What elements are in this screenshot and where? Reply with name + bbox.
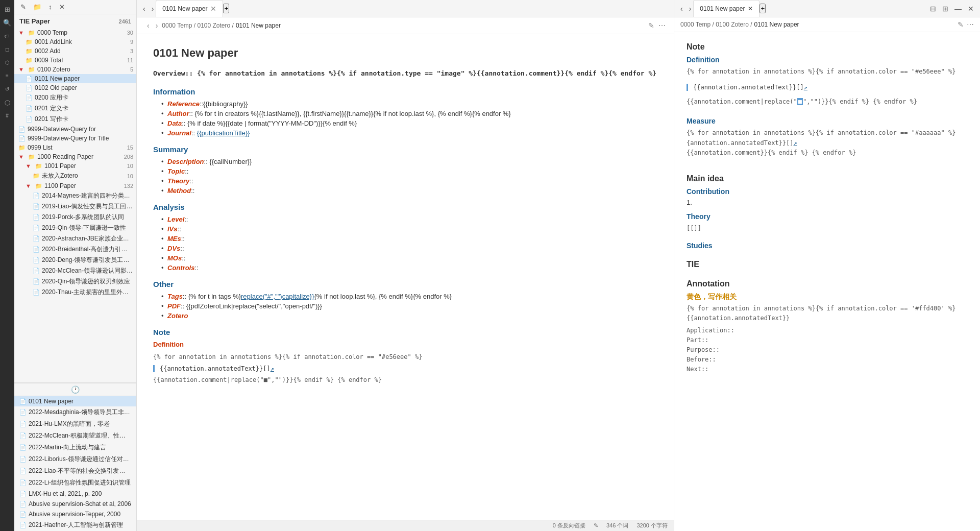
field-method: Method:: [161, 187, 657, 195]
forward-arrow[interactable]: › [150, 4, 156, 14]
recent-item-li[interactable]: 📄 2022-Li-组织包容性氛围促进知识管理 [14, 477, 136, 489]
tree-item-0100-zotero[interactable]: ▼ 📁 0100 Zotero 5 [14, 65, 136, 74]
list-nav-icon[interactable]: ≡ [2, 70, 12, 81]
tree-item-2019-porck[interactable]: 📄 2019-Porck-多系统团队的认同 [14, 212, 136, 223]
tree-item-0102[interactable]: 📄 0102 Old paper [14, 83, 136, 92]
tree-item-2020-thau[interactable]: 📄 2020-Thau-主动损害的里里外边... [14, 287, 136, 298]
tree-item-2020-mcclean[interactable]: 📄 2020-McClean-领导谦逊认同影响... [14, 266, 136, 276]
recent-item-liborius[interactable]: 📄 2022-Liborius-领导谦逊通过信任对戒职... [14, 453, 136, 465]
tree-count-unzotero: 10 [127, 173, 133, 179]
right-breadcrumb-edit-btn[interactable]: ✎ [958, 20, 964, 29]
right-breadcrumb-more-btn[interactable]: ⋯ [967, 20, 974, 29]
files-nav-icon[interactable]: ⊞ [2, 4, 12, 14]
right-forward-arrow[interactable]: › [687, 4, 694, 14]
right-contribution-title: Contribution [687, 187, 968, 196]
tree-item-9999-dv-title[interactable]: 📄 9999-Dataview-Query for Title [14, 134, 136, 143]
breadcrumb-forward[interactable]: › [154, 20, 160, 31]
user-nav-icon[interactable]: ◯ [2, 97, 12, 107]
definition-link[interactable]: ↗ [271, 365, 274, 372]
field-dvs-label: DVs [167, 245, 180, 252]
recent-item-liao[interactable]: 📄 2022-Liao-不平等的社会交换引发不良情绪 [14, 465, 136, 477]
right-main-idea-section: Main idea Contribution 1. Theory [[]] St… [687, 168, 968, 250]
recycle-nav-icon[interactable]: ↺ [2, 84, 12, 94]
tree-label-0002: 0002 Add [35, 47, 128, 55]
recent-item-hu-lmx[interactable]: 📄 2021-Hu-LMX的黑暗面，零老 [14, 418, 136, 430]
breadcrumb-more-btn[interactable]: ⋯ [658, 21, 666, 30]
right-measure-code: {% for annotation in annotations %}{% if… [687, 128, 968, 158]
close-sidebar-btn[interactable]: ✕ [57, 2, 67, 12]
right-tab-close[interactable]: ✕ [748, 5, 753, 12]
breadcrumb-edit-btn[interactable]: ✎ [648, 21, 654, 30]
recent-item-mcclean[interactable]: 📄 2022-McClean-积极期望道理、性别、想... [14, 430, 136, 442]
recent-item-abusive-tepper[interactable]: 📄 Abusive supervision-Tepper, 2000 [14, 509, 136, 519]
tree-item-2019-qin[interactable]: 📄 2019-Qin-领导-下属谦逊一致性 [14, 223, 136, 233]
right-back-arrow[interactable]: ‹ [678, 4, 685, 14]
tree-item-1000-reading[interactable]: ▼ 📁 1000 Reading Paper 208 [14, 152, 136, 161]
tree-item-0000-temp[interactable]: ▼ 📁 0000 Temp 30 [14, 28, 136, 37]
search-nav-icon[interactable]: 🔍 [2, 17, 12, 28]
right-definition-link[interactable]: ↗ [804, 84, 807, 91]
recent-item-abusive-schat[interactable]: 📄 Abusive supervision-Schat et al, 2006 [14, 499, 136, 509]
recent-file-icon-abusive-schat: 📄 [19, 501, 27, 508]
tree-item-1001-paper[interactable]: ▼ 📁 1001 Paper 10 [14, 161, 136, 171]
recent-item-0101[interactable]: 📄 0101 New paper [14, 396, 136, 406]
recent-item-martin[interactable]: 📄 2022-Martin-向上流动与建言 [14, 442, 136, 453]
bookmark-nav-icon[interactable]: ◻ [2, 44, 12, 54]
recent-item-lmx-hu[interactable]: 📄 LMX-Hu et al, 2021, p. 200 [14, 489, 136, 499]
hash-nav-icon[interactable]: # [2, 110, 12, 120]
sort-btn[interactable]: ↕ [46, 2, 54, 12]
breadcrumb-back[interactable]: ‹ [145, 20, 152, 31]
right-split-btn[interactable]: ⊞ [940, 4, 950, 14]
tree-item-0201-def[interactable]: 📄 0201 定义卡 [14, 103, 136, 114]
tree-item-2020-qin[interactable]: 📄 2020-Qin-领导谦逊的双刃剑效应 [14, 276, 136, 287]
section-analysis-header: Analysis [153, 203, 657, 211]
tree-item-2020-deng[interactable]: 📄 2020-Deng-领导尊谦引发员工反思 [14, 255, 136, 266]
tree-item-0200[interactable]: 📄 0200 应用卡 [14, 92, 136, 103]
right-measure-link[interactable]: ↗ [794, 139, 797, 147]
field-mes-value: :: [181, 235, 185, 243]
tree-item-unzotero[interactable]: 📁 未放入Zotero 10 [14, 171, 136, 181]
right-close-btn[interactable]: ✕ [966, 4, 976, 14]
main-tab-0101[interactable]: 0101 New paper ✕ [156, 0, 223, 17]
edit-toolbar-btn[interactable]: ✎ [18, 2, 28, 12]
tree-item-2020-breidenthal[interactable]: 📄 2020-Breidenthal-高创遗力引发同... [14, 244, 136, 255]
main-tab-add[interactable]: + [223, 4, 229, 13]
tree-item-9999-dv[interactable]: 📄 9999-Dataview-Query for [14, 125, 136, 134]
recent-item-haefner[interactable]: 📄 2021-Haefner-人工智能与创新管理 [14, 519, 136, 531]
field-theory-label: Theory [167, 177, 189, 185]
right-definition-title: Definition [687, 56, 968, 64]
back-arrow[interactable]: ‹ [141, 4, 148, 14]
right-tab-0101[interactable]: 0101 New paper ✕ [693, 0, 760, 17]
tree-item-2014-maynes[interactable]: 📄 2014-Maynes-建言的四种分类以... [14, 190, 136, 201]
main-tab-close[interactable]: ✕ [210, 5, 216, 13]
tree-item-0002-add[interactable]: 📁 0002 Add 3 [14, 46, 136, 56]
new-folder-btn[interactable]: 📁 [31, 2, 43, 12]
section-note-header: Note [153, 328, 657, 336]
summary-list: Description:: {{callNumber}} Topic:: The… [153, 158, 657, 195]
tree-item-1100-paper[interactable]: ▼ 📁 1100 Paper 132 [14, 181, 136, 190]
field-dvs-value: :: [180, 245, 184, 252]
right-tab-add[interactable]: + [760, 4, 766, 13]
tree-item-2019-liao[interactable]: 📄 2019-Liao-偶发性交易与员工回报... [14, 201, 136, 212]
right-collapse-btn[interactable]: ⊟ [928, 4, 938, 14]
section-information: Information Reference::{{bibliography}} … [153, 87, 657, 137]
right-annotation-section: Annotation 黄色，写作相关 {% for annotation in … [687, 279, 968, 374]
tree-item-0101[interactable]: 📄 0101 New paper [14, 74, 136, 83]
file-icon-0101: 📄 [26, 76, 33, 82]
tree-count-0009: 11 [127, 57, 133, 63]
recent-item-mesdaghinia[interactable]: 📄 2022-Mesdaghinia-领导领导员工非伦理... [14, 406, 136, 418]
tree-item-0999-list[interactable]: 📁 0999 List 15 [14, 143, 136, 152]
tree-item-2020-astrachan[interactable]: 📄 2020-Astrachan-JBE家族企业家权... [14, 233, 136, 244]
sidebar-title-row: TIE Paper 2461 [14, 14, 136, 28]
right-definition-code1: {% for annotation in annotations %}{% if… [687, 67, 968, 77]
tag-nav-icon[interactable]: 🏷 [2, 31, 12, 41]
tree-item-0009-total[interactable]: 📁 0009 Total 11 [14, 56, 136, 65]
right-minimize-btn[interactable]: — [952, 4, 964, 14]
tree-item-0201-write[interactable]: 📄 0201 写作卡 [14, 114, 136, 125]
folder-icon-1100: 📁 [35, 183, 42, 189]
field-mos-value: :: [182, 254, 185, 262]
tree-count-0002: 3 [130, 48, 133, 54]
graph-nav-icon[interactable]: ⬡ [2, 57, 12, 67]
tree-item-0001-addlink[interactable]: 📁 0001 AddLink 9 [14, 37, 136, 46]
tree-label-2019-porck: 2019-Porck-多系统团队的认同 [42, 213, 133, 222]
